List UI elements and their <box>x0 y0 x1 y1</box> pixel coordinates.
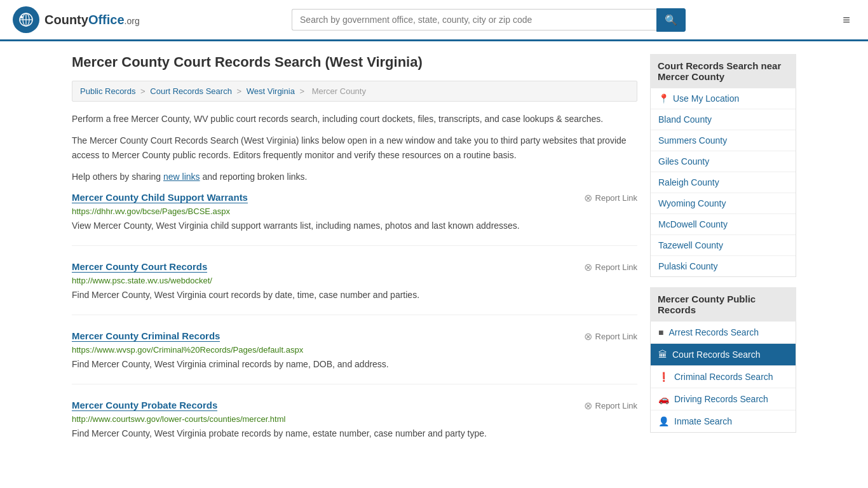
report-label: Report Link <box>595 193 637 203</box>
nearby-county-link-3[interactable]: Raleigh County <box>658 177 719 187</box>
main-content: Mercer County Court Records Search (West… <box>72 54 637 468</box>
record-title-3[interactable]: Mercer County Probate Records <box>72 400 217 411</box>
pr-icon-1: 🏛 <box>658 349 667 360</box>
nearby-county-link-2[interactable]: Giles County <box>658 156 709 166</box>
nearby-county-link-0[interactable]: Bland County <box>658 114 712 125</box>
nearby-section: Court Records Search near Mercer County … <box>650 54 796 277</box>
nearby-county-item: Raleigh County <box>651 172 796 193</box>
record-item: Mercer County Child Support Warrants ⊗ R… <box>72 192 637 246</box>
breadcrumb-court-records[interactable]: Court Records Search <box>150 86 232 96</box>
pr-item-4: 👤 Inmate Search <box>651 410 796 432</box>
nearby-county-link-5[interactable]: McDowell County <box>658 219 728 229</box>
public-records-list: ■ Arrest Records Search 🏛 Court Records … <box>650 322 796 433</box>
record-item: Mercer County Court Records ⊗ Report Lin… <box>72 261 637 315</box>
pr-link-4[interactable]: Inmate Search <box>674 416 732 426</box>
nearby-header: Court Records Search near Mercer County <box>650 54 796 88</box>
sidebar: Court Records Search near Mercer County … <box>650 54 796 468</box>
description-3: Help others by sharing new links and rep… <box>72 170 637 184</box>
new-links-link[interactable]: new links <box>163 172 200 182</box>
location-icon: 📍 <box>658 93 669 104</box>
record-title-1[interactable]: Mercer County Court Records <box>72 261 207 273</box>
nearby-list: 📍 Use My Location Bland CountySummers Co… <box>650 88 796 277</box>
nearby-county-item: Wyoming County <box>651 193 796 214</box>
use-my-location[interactable]: 📍 Use My Location <box>651 88 796 109</box>
record-desc-0: View Mercer County, West Virginia child … <box>72 219 637 233</box>
record-item: Mercer County Criminal Records ⊗ Report … <box>72 330 637 384</box>
report-link-3[interactable]: ⊗ Report Link <box>584 400 637 412</box>
pr-item-0: ■ Arrest Records Search <box>651 322 796 344</box>
nearby-county-link-4[interactable]: Wyoming County <box>658 198 726 208</box>
nearby-county-link-7[interactable]: Pulaski County <box>658 261 717 271</box>
report-icon: ⊗ <box>584 330 592 342</box>
breadcrumb: Public Records > Court Records Search > … <box>72 81 637 102</box>
nearby-county-item: Pulaski County <box>651 256 796 276</box>
record-title-2[interactable]: Mercer County Criminal Records <box>72 330 220 342</box>
record-desc-2: Find Mercer County, West Virginia crimin… <box>72 358 637 371</box>
record-desc-3: Find Mercer County, West Virginia probat… <box>72 427 637 440</box>
pr-icon-4: 👤 <box>658 416 669 426</box>
report-icon: ⊗ <box>584 261 592 273</box>
record-header: Mercer County Probate Records ⊗ Report L… <box>72 400 637 412</box>
record-url-1: http://www.psc.state.wv.us/webdocket/ <box>72 276 637 285</box>
breadcrumb-mercer-county: Mercer County <box>312 86 366 96</box>
pr-item-1: 🏛 Court Records Search <box>651 344 796 366</box>
breadcrumb-west-virginia[interactable]: West Virginia <box>247 86 295 96</box>
search-button[interactable]: 🔍 <box>656 8 686 32</box>
nearby-counties-list: Bland CountySummers CountyGiles CountyRa… <box>651 109 796 276</box>
nearby-county-item: McDowell County <box>651 214 796 235</box>
report-label: Report Link <box>595 332 637 341</box>
pr-item-2: ❗ Criminal Records Search <box>651 366 796 388</box>
report-label: Report Link <box>595 262 637 272</box>
nearby-county-link-6[interactable]: Tazewell County <box>658 240 723 250</box>
report-icon: ⊗ <box>584 400 592 412</box>
svg-point-5 <box>20 16 23 18</box>
nearby-county-item: Bland County <box>651 109 796 130</box>
main-container: Mercer County Court Records Search (West… <box>59 41 809 481</box>
logo-text: CountyOffice.org <box>44 13 140 27</box>
record-title-0[interactable]: Mercer County Child Support Warrants <box>72 192 248 203</box>
search-input[interactable] <box>292 9 656 30</box>
logo-icon <box>13 6 39 33</box>
nearby-county-item: Giles County <box>651 151 796 172</box>
pr-icon-0: ■ <box>658 327 663 337</box>
page-title: Mercer County Court Records Search (West… <box>72 54 637 71</box>
pr-icon-2: ❗ <box>658 372 669 382</box>
pr-link-0[interactable]: Arrest Records Search <box>668 327 759 337</box>
record-url-2: https://www.wvsp.gov/Criminal%20Records/… <box>72 345 637 355</box>
pr-link-1[interactable]: Court Records Search <box>672 349 761 360</box>
report-link-0[interactable]: ⊗ Report Link <box>584 192 637 204</box>
description-1: Perform a free Mercer County, WV public … <box>72 112 637 126</box>
report-link-1[interactable]: ⊗ Report Link <box>584 261 637 273</box>
record-url-3: http://www.courtswv.gov/lower-courts/cou… <box>72 414 637 424</box>
logo-area: CountyOffice.org <box>13 6 140 33</box>
site-header: CountyOffice.org 🔍 ≡ <box>0 0 868 41</box>
nearby-county-item: Summers County <box>651 130 796 151</box>
public-records-header: Mercer County Public Records <box>650 287 796 322</box>
report-icon: ⊗ <box>584 192 592 204</box>
record-header: Mercer County Criminal Records ⊗ Report … <box>72 330 637 342</box>
pr-link-3[interactable]: Driving Records Search <box>674 394 768 404</box>
record-url-0: https://dhhr.wv.gov/bcse/Pages/BCSE.aspx <box>72 207 637 216</box>
menu-button[interactable]: ≡ <box>837 10 855 30</box>
breadcrumb-public-records[interactable]: Public Records <box>80 86 135 96</box>
record-desc-1: Find Mercer County, West Virginia court … <box>72 288 637 302</box>
record-item: Mercer County Probate Records ⊗ Report L… <box>72 400 637 453</box>
report-link-2[interactable]: ⊗ Report Link <box>584 330 637 342</box>
nearby-county-link-1[interactable]: Summers County <box>658 135 727 146</box>
record-header: Mercer County Child Support Warrants ⊗ R… <box>72 192 637 204</box>
report-label: Report Link <box>595 401 637 410</box>
pr-item-3: 🚗 Driving Records Search <box>651 388 796 410</box>
record-header: Mercer County Court Records ⊗ Report Lin… <box>72 261 637 273</box>
search-area: 🔍 <box>292 8 686 32</box>
description-2: The Mercer County Court Records Search (… <box>72 133 637 162</box>
pr-link-2[interactable]: Criminal Records Search <box>674 372 773 382</box>
nearby-county-item: Tazewell County <box>651 235 796 256</box>
pr-icon-3: 🚗 <box>658 394 669 404</box>
public-records-section: Mercer County Public Records ■ Arrest Re… <box>650 287 796 433</box>
records-list: Mercer County Child Support Warrants ⊗ R… <box>72 192 637 453</box>
